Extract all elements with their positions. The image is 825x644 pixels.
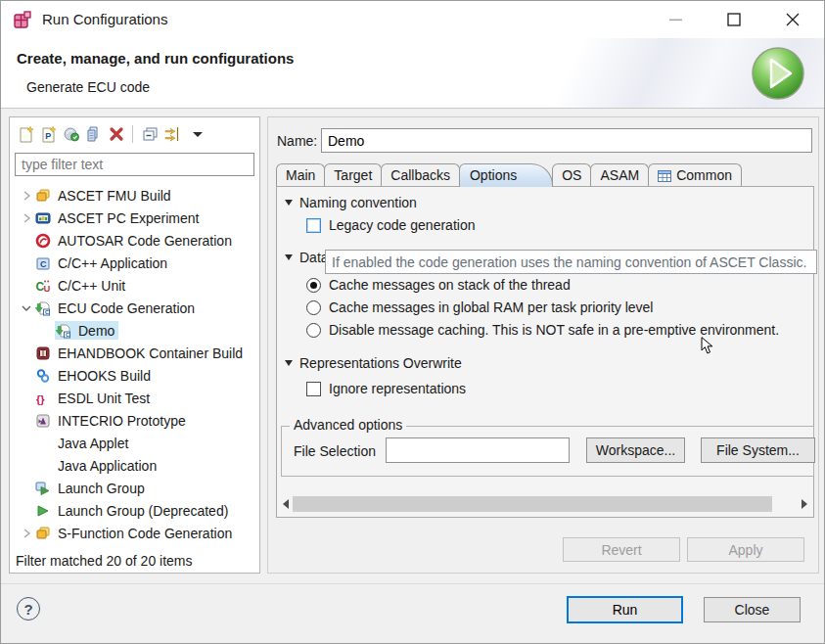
tree-item-label: Java Application xyxy=(58,458,157,474)
tab-options[interactable]: Options xyxy=(459,163,553,187)
tab-main[interactable]: Main xyxy=(276,163,325,187)
configurations-toolbar: P xyxy=(10,117,259,151)
tree-item-ecu-code-generation[interactable]: C ECU Code Generation xyxy=(10,297,259,319)
play-icon xyxy=(35,502,52,519)
tree-item-java-applet[interactable]: Java Applet xyxy=(10,432,259,454)
radio-label: Cache messages in global RAM per task pr… xyxy=(329,299,653,315)
tab-asam[interactable]: ASAM xyxy=(590,163,649,187)
header-banner: Create, manage, and run configurations G… xyxy=(1,38,824,109)
new-prototype-icon[interactable]: P xyxy=(37,123,60,146)
name-input[interactable] xyxy=(321,128,812,153)
tab-common[interactable]: Common xyxy=(648,163,742,187)
minimize-button[interactable] xyxy=(653,1,698,38)
tree-item-autosar-code-generation[interactable]: AUTOSAR Code Generation xyxy=(10,229,259,252)
section-collapse-icon[interactable] xyxy=(285,200,293,206)
options-tab-content: Naming convention Legacy code generation… xyxy=(276,186,814,518)
cache-global-ram-radio[interactable] xyxy=(306,300,321,315)
table-icon xyxy=(658,170,671,182)
filter-input[interactable] xyxy=(15,153,254,176)
svg-text:{}: {} xyxy=(36,392,45,404)
tree-item-ascet-fmu-build[interactable]: ASCET FMU Build xyxy=(10,184,259,207)
view-menu-icon[interactable] xyxy=(183,123,206,146)
scroll-left-icon[interactable] xyxy=(279,494,293,514)
chevron-collapsed-icon[interactable] xyxy=(18,210,35,226)
legacy-code-generation-row: Legacy code generation xyxy=(306,217,475,233)
delete-configuration-icon[interactable] xyxy=(105,123,127,146)
revert-button[interactable]: Revert xyxy=(563,537,680,562)
chevron-collapsed-icon[interactable] xyxy=(18,188,35,204)
tree-item-cpp-unit[interactable]: C U C/C++ Unit xyxy=(10,274,259,297)
tree-item-cpp-application[interactable]: C C/C++ Application xyxy=(10,252,259,274)
disable-caching-radio[interactable] xyxy=(306,323,321,338)
ignore-representations-checkbox[interactable] xyxy=(306,382,321,396)
close-window-button[interactable] xyxy=(770,1,815,38)
tree-item-demo[interactable]: C Demo xyxy=(10,319,259,342)
tree-item-label: AUTOSAR Code Generation xyxy=(58,233,232,249)
tree-item-launch-group[interactable]: Launch Group xyxy=(10,477,259,499)
close-button[interactable]: Close xyxy=(704,597,801,622)
section-collapse-icon[interactable] xyxy=(285,254,293,260)
filesystem-button[interactable]: File System... xyxy=(701,437,815,463)
autosar-icon xyxy=(35,232,52,249)
filter-configurations-icon[interactable] xyxy=(160,123,183,146)
apply-button[interactable]: Apply xyxy=(687,537,804,562)
selected-tree-item[interactable]: C Demo xyxy=(55,321,118,340)
workspace-button[interactable]: Workspace... xyxy=(586,437,685,463)
tree-item-esdl-unit-test[interactable]: {} ESDL Unit Test xyxy=(10,387,259,409)
export-configurations-icon[interactable] xyxy=(60,123,82,146)
tree-item-label: S-Function Code Generation xyxy=(58,526,232,541)
chevron-collapsed-icon[interactable] xyxy=(18,526,35,541)
section-title: Representations Overwrite xyxy=(299,355,462,371)
ascet-fmu-icon xyxy=(35,187,52,204)
tree-item-launch-group-deprecated[interactable]: Launch Group (Deprecated) xyxy=(10,499,259,522)
tab-target[interactable]: Target xyxy=(324,163,382,187)
svg-text:C: C xyxy=(40,259,47,269)
representations-section[interactable]: Representations Overwrite xyxy=(285,355,462,371)
tree-item-ehandbook-container-build[interactable]: EHANDBOOK Container Build xyxy=(10,342,259,364)
configurations-tree: ASCET FMU Build ASCET PC Experiment xyxy=(10,184,259,544)
tree-item-intecrio-prototype[interactable]: INTECRIO Prototype xyxy=(10,409,259,432)
banner-subtitle: Generate ECU code xyxy=(26,79,150,95)
tree-item-s-function-code-generation[interactable]: S-Function Code Generation xyxy=(10,522,259,544)
file-selection-input[interactable] xyxy=(386,437,570,463)
section-collapse-icon[interactable] xyxy=(285,360,293,366)
naming-convention-section[interactable]: Naming convention xyxy=(285,195,417,210)
tab-os[interactable]: OS xyxy=(552,163,591,187)
checkbox-label: Legacy code generation xyxy=(329,217,475,233)
collapse-all-icon[interactable] xyxy=(138,123,160,146)
tree-item-label: Java Applet xyxy=(58,436,128,451)
scrollbar-thumb[interactable] xyxy=(293,496,772,512)
s-function-icon xyxy=(35,525,52,541)
data-section[interactable]: Data xyxy=(285,250,329,265)
cache-stack-radio[interactable] xyxy=(306,278,321,293)
tree-item-label: ECU Code Generation xyxy=(58,300,195,316)
tab-label: OS xyxy=(562,164,581,187)
help-button[interactable]: ? xyxy=(17,597,40,621)
scrollbar-track[interactable] xyxy=(293,496,798,512)
advanced-options-group: Advanced options File Selection Workspac… xyxy=(281,426,814,477)
new-configuration-icon[interactable] xyxy=(15,123,37,146)
horizontal-scrollbar[interactable] xyxy=(279,494,811,514)
title-bar: Run Configurations xyxy=(1,1,824,38)
tree-item-label: EHANDBOOK Container Build xyxy=(58,345,243,361)
svg-text:C: C xyxy=(66,332,69,338)
group-legend: Advanced options xyxy=(290,417,406,433)
legacy-code-generation-checkbox[interactable] xyxy=(306,218,321,233)
tooltip: If enabled the code generation uses the … xyxy=(325,250,817,274)
tab-callbacks[interactable]: Callbacks xyxy=(381,163,460,187)
chevron-expanded-icon[interactable] xyxy=(18,300,35,316)
run-button[interactable]: Run xyxy=(567,596,683,623)
tree-item-java-application[interactable]: Java Application xyxy=(10,454,259,477)
toolbar-separator xyxy=(132,125,133,143)
duplicate-configuration-icon[interactable] xyxy=(82,123,105,146)
svg-text:U: U xyxy=(44,282,51,293)
maximize-button[interactable] xyxy=(711,1,756,38)
tree-item-ascet-pc-experiment[interactable]: ASCET PC Experiment xyxy=(10,207,259,229)
scroll-right-icon[interactable] xyxy=(798,494,811,514)
editor-tabs: Main Target Callbacks Options OS ASAM Co… xyxy=(276,163,741,187)
tree-item-ehooks-build[interactable]: EHOOKS Build xyxy=(10,364,259,387)
cache-stack-row: Cache messages on stack of the thread xyxy=(306,277,571,293)
blank-icon xyxy=(35,457,52,474)
banner-title: Create, manage, and run configurations xyxy=(17,50,294,67)
question-icon: ? xyxy=(23,601,32,618)
